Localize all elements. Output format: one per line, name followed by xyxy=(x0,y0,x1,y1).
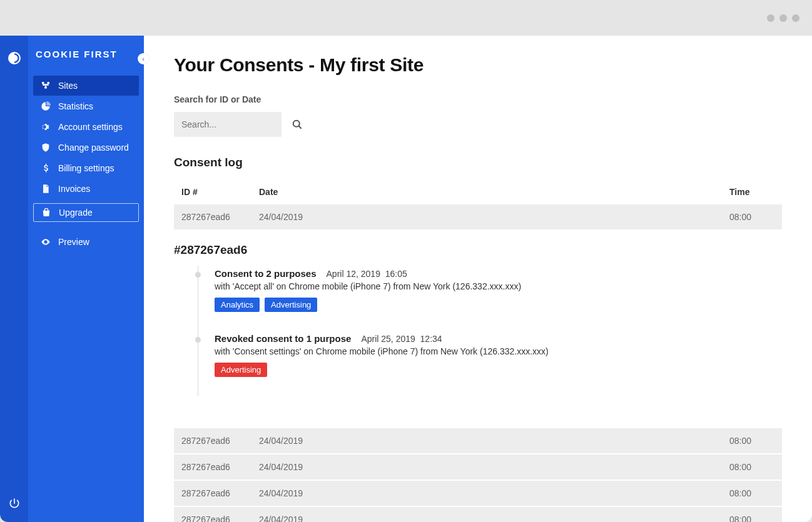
cell-id: 287267ead6 xyxy=(174,507,251,522)
cell-id: 287267ead6 xyxy=(174,204,251,229)
cell-id: 287267ead6 xyxy=(174,454,251,479)
left-rail xyxy=(0,36,28,522)
detail-hash: #287267ead6 xyxy=(174,243,782,257)
timeline-item: Consent to 2 purposes April 12, 2019 16:… xyxy=(215,268,782,312)
sidebar-item-label: Account settings xyxy=(58,122,123,132)
event-datetime: April 12, 2019 16:05 xyxy=(327,269,407,279)
sidebar-item-account-settings[interactable]: Account settings xyxy=(33,117,139,137)
event-datetime: April 25, 2019 12:34 xyxy=(361,334,442,344)
brand-text: COOKIE FIRST xyxy=(36,49,118,59)
dollar-icon xyxy=(41,163,51,173)
cell-date: 24/04/2019 xyxy=(251,428,722,453)
event-title: Consent to 2 purposes xyxy=(215,268,317,279)
cell-time: 08:00 xyxy=(722,428,782,453)
timeline-dot-icon xyxy=(195,272,201,278)
table-header-row: ID # Date Time xyxy=(174,181,782,203)
cell-time: 08:00 xyxy=(722,204,782,229)
cell-time: 08:00 xyxy=(722,454,782,479)
sidebar-nav: Sites Statistics Account settings Change… xyxy=(28,76,144,199)
sidebar-item-billing-settings[interactable]: Billing settings xyxy=(33,158,139,178)
sidebar-item-label: Sites xyxy=(58,81,78,91)
search-input[interactable] xyxy=(181,119,291,129)
tag: Advertising xyxy=(265,298,317,312)
col-id: ID # xyxy=(174,181,251,203)
event-description: with 'Accept all' on Chrome mobile (iPho… xyxy=(215,281,782,291)
sidebar: COOKIE FIRST ‹ Sites Statistics Account … xyxy=(28,36,144,522)
consent-log-table-extra: 287267ead6 24/04/2019 08:00 287267ead6 2… xyxy=(174,427,782,522)
svg-rect-2 xyxy=(44,86,46,88)
sites-icon xyxy=(41,81,51,91)
window-frame: COOKIE FIRST ‹ Sites Statistics Account … xyxy=(0,0,812,522)
window-titlebar xyxy=(0,0,812,36)
consent-log-title: Consent log xyxy=(174,156,782,169)
timeline-item: Revoked consent to 1 purpose April 25, 2… xyxy=(215,333,782,377)
window-control-min-icon[interactable] xyxy=(767,14,774,22)
gear-icon xyxy=(41,122,51,132)
event-description: with 'Consent settings' on Chrome mobile… xyxy=(215,346,782,356)
table-row[interactable]: 287267ead6 24/04/2019 08:00 xyxy=(174,481,782,506)
search-label: Search for ID or Date xyxy=(174,94,782,104)
chevron-left-icon: ‹ xyxy=(142,55,145,63)
cell-id: 287267ead6 xyxy=(174,428,251,453)
window-control-max-icon[interactable] xyxy=(779,14,787,22)
additional-log-rows: 287267ead6 24/04/2019 08:00 287267ead6 2… xyxy=(174,427,782,522)
svg-rect-1 xyxy=(48,82,49,84)
consent-log-table: ID # Date Time 287267ead6 24/04/2019 08:… xyxy=(174,179,782,231)
shield-icon xyxy=(41,143,51,153)
tag: Advertising xyxy=(215,363,267,377)
main-content: Your Consents - My first Site Search for… xyxy=(144,36,812,522)
event-tags: Advertising xyxy=(215,363,782,377)
sidebar-item-change-password[interactable]: Change password xyxy=(33,138,139,158)
document-icon xyxy=(41,184,51,194)
timeline: Consent to 2 purposes April 12, 2019 16:… xyxy=(198,266,782,396)
sidebar-item-invoices[interactable]: Invoices xyxy=(33,179,139,199)
svg-line-4 xyxy=(299,126,302,129)
table-row[interactable]: 287267ead6 24/04/2019 08:00 xyxy=(174,204,782,229)
preview-label: Preview xyxy=(58,237,89,247)
event-tags: Analytics Advertising xyxy=(215,298,782,312)
brand-row: COOKIE FIRST xyxy=(28,51,144,76)
cell-time: 08:00 xyxy=(722,507,782,522)
table-row[interactable]: 287267ead6 24/04/2019 08:00 xyxy=(174,507,782,522)
window-control-close-icon[interactable] xyxy=(792,14,799,22)
cell-date: 24/04/2019 xyxy=(251,481,722,506)
tag: Analytics xyxy=(215,298,260,312)
table-row[interactable]: 287267ead6 24/04/2019 08:00 xyxy=(174,454,782,479)
cell-id: 287267ead6 xyxy=(174,481,251,506)
eye-icon xyxy=(41,237,51,247)
svg-rect-0 xyxy=(42,82,44,84)
sidebar-item-label: Change password xyxy=(58,143,129,153)
sidebar-item-preview[interactable]: Preview xyxy=(28,232,144,252)
col-time: Time xyxy=(722,181,782,203)
sidebar-item-statistics[interactable]: Statistics xyxy=(33,96,139,116)
event-title: Revoked consent to 1 purpose xyxy=(215,333,351,344)
upgrade-label: Upgrade xyxy=(59,208,93,218)
sidebar-collapse-toggle[interactable]: ‹ xyxy=(138,53,149,64)
sidebar-item-label: Billing settings xyxy=(58,163,114,173)
cell-date: 24/04/2019 xyxy=(251,454,722,479)
sidebar-item-label: Invoices xyxy=(58,184,90,194)
brand-logo-icon xyxy=(7,51,22,66)
app-body: COOKIE FIRST ‹ Sites Statistics Account … xyxy=(0,36,812,522)
col-date: Date xyxy=(251,181,722,203)
table-row[interactable]: 287267ead6 24/04/2019 08:00 xyxy=(174,428,782,453)
page-title: Your Consents - My first Site xyxy=(174,54,782,76)
sidebar-item-label: Statistics xyxy=(58,101,93,111)
sidebar-item-upgrade[interactable]: Upgrade xyxy=(33,203,139,222)
sidebar-item-sites[interactable]: Sites xyxy=(33,76,139,96)
svg-point-3 xyxy=(293,121,300,127)
timeline-dot-icon xyxy=(195,337,201,343)
bag-icon xyxy=(41,208,51,218)
search-icon[interactable] xyxy=(291,118,303,131)
search-box[interactable] xyxy=(174,112,282,137)
cell-date: 24/04/2019 xyxy=(251,507,722,522)
cell-time: 08:00 xyxy=(722,481,782,506)
cell-date: 24/04/2019 xyxy=(251,204,722,229)
pie-chart-icon xyxy=(41,101,51,111)
power-icon[interactable] xyxy=(8,497,21,509)
